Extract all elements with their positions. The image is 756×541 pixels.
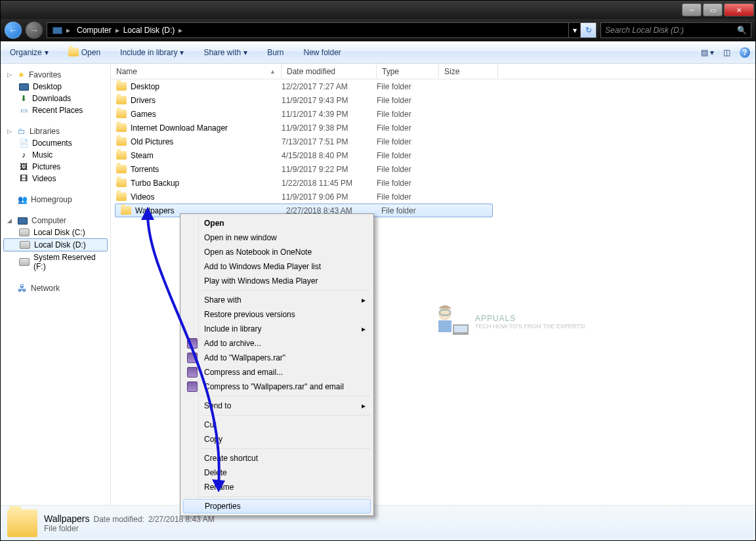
file-name: Turbo Backup (131, 179, 179, 188)
folder-icon (116, 165, 127, 173)
folder-icon (116, 82, 127, 91)
organize-button[interactable]: Organize ▾ (6, 46, 52, 59)
ctx-delete[interactable]: Delete (183, 465, 371, 480)
back-button[interactable]: ← (5, 22, 22, 39)
desktop-icon (19, 83, 29, 91)
new-folder-button[interactable]: New folder (300, 46, 345, 59)
submenu-icon: ▸ (362, 401, 366, 410)
file-date: 1/22/2018 11:45 PM (282, 179, 377, 188)
ctx-rename[interactable]: Rename (183, 480, 371, 494)
file-row[interactable]: Drivers11/9/2017 9:43 PMFile folder (111, 93, 755, 107)
ctx-include-library[interactable]: Include in library▸ (183, 322, 371, 336)
file-date: 4/15/2018 8:40 PM (282, 151, 377, 160)
open-button[interactable]: Open (64, 46, 104, 59)
nav-desktop[interactable]: Desktop (1, 81, 110, 93)
preview-pane-button[interactable]: ◫ (723, 48, 730, 57)
col-name[interactable]: Name▲ (111, 64, 282, 79)
network-section[interactable]: ▷🖧Network (1, 282, 110, 295)
file-row[interactable]: Torrents11/9/2017 9:22 PMFile folder (111, 162, 755, 176)
ctx-compress-rar-email[interactable]: Compress to "Wallpapers.rar" and email (183, 379, 371, 394)
file-type: File folder (377, 123, 439, 133)
ctx-compress-email[interactable]: Compress and email... (183, 365, 371, 379)
ctx-restore-versions[interactable]: Restore previous versions (183, 307, 371, 322)
burn-button[interactable]: Burn (263, 46, 287, 59)
favorites-section[interactable]: ▷★Favorites (1, 69, 110, 81)
file-row[interactable]: Turbo Backup1/22/2018 11:45 PMFile folde… (111, 176, 755, 190)
ctx-add-rar[interactable]: Add to "Wallpapers.rar" (183, 351, 371, 365)
videos-icon: 🎞 (19, 174, 28, 183)
recent-icon: ▭ (19, 106, 28, 115)
col-type[interactable]: Type (377, 64, 439, 79)
libraries-icon: 🗀 (18, 127, 26, 136)
crumb-drive[interactable]: Local Disk (D:) (121, 23, 178, 37)
file-name: Drivers (131, 96, 156, 105)
file-type: File folder (377, 110, 439, 119)
file-date: 12/2/2017 7:27 AM (282, 82, 377, 91)
details-type: File folder (44, 524, 215, 533)
nav-downloads[interactable]: ⬇Downloads (1, 93, 110, 104)
ctx-wmp-add[interactable]: Add to Windows Media Player list (183, 259, 371, 274)
col-date[interactable]: Date modified (282, 64, 377, 79)
refresh-button[interactable]: ↻ (580, 23, 596, 37)
file-type: File folder (377, 137, 439, 146)
nav-drive-c[interactable]: Local Disk (C:) (1, 227, 110, 238)
file-row[interactable]: Old Pictures7/13/2017 7:51 PMFile folder (111, 135, 755, 148)
file-type: File folder (377, 179, 439, 188)
libraries-section[interactable]: ▷🗀Libraries (1, 125, 110, 137)
drive-icon (20, 241, 30, 249)
file-row[interactable]: Internet Download Manager11/9/2017 9:38 … (111, 121, 755, 135)
share-with-button[interactable]: Share with ▾ (200, 46, 251, 59)
homegroup-section[interactable]: ▷👥Homegroup (1, 194, 110, 206)
folder-icon (116, 151, 127, 160)
ctx-copy[interactable]: Copy (183, 432, 371, 446)
crumb-computer[interactable]: Computer (74, 23, 114, 37)
address-dropdown[interactable]: ▾ (568, 23, 580, 37)
watermark: APPUALS TECH HOW-TO'S FROM THE EXPERTS! (425, 302, 585, 341)
nav-drive-f[interactable]: System Reserved (F:) (1, 251, 110, 272)
file-name: Internet Download Manager (131, 123, 228, 133)
ctx-cut[interactable]: Cut (183, 418, 371, 432)
chevron-down-icon: ▾ (45, 48, 49, 57)
ctx-properties[interactable]: Properties (183, 499, 371, 513)
col-size[interactable]: Size (439, 64, 498, 79)
ctx-onenote[interactable]: Open as Notebook in OneNote (183, 245, 371, 259)
search-input[interactable]: Search Local Disk (D:) 🔍 (600, 22, 751, 38)
nav-row: ← → ▸ Computer▸ Local Disk (D:)▸ ▾ ↻ Sea… (1, 19, 755, 41)
file-row[interactable]: Videos11/9/2017 9:06 PMFile folder (111, 190, 755, 204)
drive-icon (19, 228, 30, 236)
minimize-button[interactable]: ─ (682, 3, 702, 16)
ctx-add-archive[interactable]: Add to archive... (183, 336, 371, 351)
nav-recent-places[interactable]: ▭Recent Places (1, 104, 110, 116)
ctx-wmp-play[interactable]: Play with Windows Media Player (183, 274, 371, 288)
details-pane: Wallpapers Date modified: 2/27/2018 8:43… (1, 505, 755, 540)
ctx-share-with[interactable]: Share with▸ (183, 293, 371, 307)
folder-icon (121, 206, 131, 215)
include-library-button[interactable]: Include in library ▾ (116, 46, 188, 59)
file-row[interactable]: Games11/1/2017 4:39 PMFile folder (111, 107, 755, 121)
file-date: 7/13/2017 7:51 PM (282, 137, 377, 146)
forward-button[interactable]: → (26, 22, 43, 39)
ctx-open[interactable]: Open (183, 216, 371, 230)
view-options-button[interactable]: ▤ ▾ (701, 48, 714, 57)
nav-music[interactable]: ♪Music (1, 149, 110, 161)
file-row[interactable]: Desktop12/2/2017 7:27 AMFile folder (111, 79, 755, 93)
folder-icon (116, 192, 127, 201)
close-button[interactable]: ✕ (724, 3, 754, 16)
help-button[interactable]: ? (740, 47, 750, 58)
submenu-icon: ▸ (362, 295, 366, 305)
file-type: File folder (377, 151, 439, 160)
homegroup-icon: 👥 (18, 195, 27, 204)
computer-icon (52, 27, 62, 34)
ctx-open-new-window[interactable]: Open in new window (183, 230, 371, 245)
svg-rect-4 (454, 326, 467, 332)
nav-pictures[interactable]: 🖼Pictures (1, 161, 110, 173)
computer-section[interactable]: ◢Computer (1, 215, 110, 227)
ctx-create-shortcut[interactable]: Create shortcut (183, 451, 371, 465)
nav-documents[interactable]: 📄Documents (1, 137, 110, 149)
address-bar[interactable]: ▸ Computer▸ Local Disk (D:)▸ ▾ ↻ (47, 22, 597, 38)
nav-drive-d[interactable]: Local Disk (D:) (3, 238, 108, 251)
maximize-button[interactable]: ▭ (703, 3, 723, 16)
file-row[interactable]: Steam4/15/2018 8:40 PMFile folder (111, 148, 755, 162)
nav-videos[interactable]: 🎞Videos (1, 173, 110, 184)
ctx-send-to[interactable]: Send to▸ (183, 399, 371, 413)
